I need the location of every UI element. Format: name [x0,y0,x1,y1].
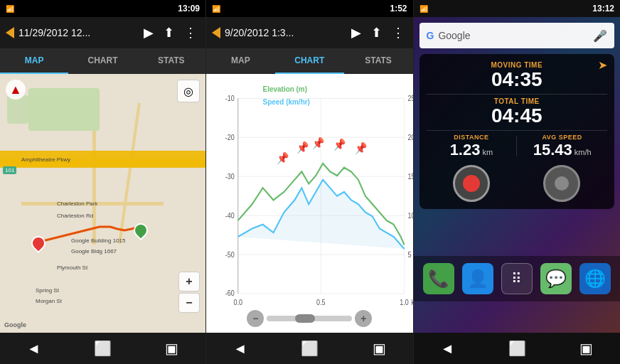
chart-zoom-bar: − + [247,310,372,327]
svg-text:15: 15 [408,172,413,181]
svg-text:5: 5 [408,250,412,259]
chart-content: -10 -20 -30 -40 -50 -60 25 20 15 10 5 0.… [206,74,413,333]
distance-section: DISTANCE 1.23 km [427,134,517,159]
tab-bar-1: MAP CHART STATS [0,48,205,74]
svg-text:-40: -40 [225,211,235,220]
svg-text:20: 20 [408,133,413,141]
google-search-bar[interactable]: G Google 🎤 [419,23,615,48]
back-button-3[interactable]: ◄ [426,335,469,363]
dock-contacts-icon[interactable]: 👤 [462,263,493,294]
chat-icon: 💬 [545,269,567,289]
nav-bar-3: ◄ ⬜ ▣ [414,333,621,364]
bottom-stats-row: DISTANCE 1.23 km AVG SPEED 15.43 km/h [427,134,608,159]
svg-text:km: km [412,298,413,306]
map-content: Amphitheatre Pkwy Charleston Park Charle… [0,74,205,333]
locate-button[interactable]: ◎ [177,80,200,102]
svg-text:📌: 📌 [333,138,346,151]
zoom-thumb[interactable] [295,314,315,323]
zoom-out-chart[interactable]: − [247,310,264,327]
start-pin [31,236,43,252]
apps-icon: ⠿ [511,270,522,287]
dock-apps-icon[interactable]: ⠿ [501,263,533,294]
home-button-2[interactable]: ⬜ [287,334,333,363]
status-time-2: 1:52 [390,4,407,14]
app-dock: 📞 👤 ⠿ 💬 🌐 [414,256,621,301]
recent-button-2[interactable]: ▣ [358,334,400,363]
play-button-1[interactable]: ▶ [141,22,156,43]
svg-text:-60: -60 [225,289,235,298]
compass-icon[interactable]: ▲ [6,80,26,100]
svg-text:📌: 📌 [355,141,368,155]
zoom-plus-icon: + [360,313,366,324]
svg-text:1.0: 1.0 [400,298,408,306]
dock-web-icon[interactable]: 🌐 [579,263,611,294]
mic-icon[interactable]: 🎤 [593,29,607,43]
tab-map-2[interactable]: MAP [206,48,275,74]
web-icon: 🌐 [584,269,606,289]
widget-header: MOVING TIME ➤ [427,61,608,69]
distance-unit: km [482,148,493,156]
recent-button-1[interactable]: ▣ [151,334,193,363]
divider-2 [427,130,608,131]
dock-phone-icon[interactable]: 📞 [423,263,454,294]
dock-chat-icon[interactable]: 💬 [540,263,572,294]
moving-time-label: MOVING TIME [427,61,608,69]
recent-button-3[interactable]: ▣ [565,334,607,363]
avg-speed-label: AVG SPEED [517,134,607,141]
status-bar-3: 📶 13:12 [414,0,621,17]
tab-chart-1[interactable]: CHART [68,48,137,74]
record-controls [427,165,608,202]
android-home-screen: G Google 🎤 MOVING TIME ➤ 04:35 TOTAL TIM… [414,17,621,333]
status-icons-left-2: 📶 [212,5,220,13]
tab-chart-2[interactable]: CHART [275,48,344,74]
back-button-1[interactable]: ◄ [13,335,55,363]
zoom-in-button[interactable]: + [178,272,200,291]
record-dot-icon [463,175,480,192]
avg-speed-section: AVG SPEED 15.43 km/h [517,134,607,159]
stats-widget: MOVING TIME ➤ 04:35 TOTAL TIME 04:45 DIS… [419,54,615,209]
trip-title-1: 11/29/2012 12... [18,27,137,38]
play-button-2[interactable]: ▶ [348,22,364,43]
share-button-1[interactable]: ⬆ [161,22,177,43]
more-button-1[interactable]: ⋮ [181,22,200,43]
status-bar-1: 📶 13:09 [0,0,205,17]
search-input-text[interactable]: Google [438,30,589,41]
status-icons-left: 📶 [6,5,14,13]
title-bar-2: 9/20/2012 1:3... ▶ ⬆ ⋮ [206,17,413,48]
svg-text:10: 10 [408,211,413,220]
trip-title-2: 9/20/2012 1:3... [225,27,344,38]
panel-android-home: 📶 13:12 G Google 🎤 MOVING TIME ➤ 04:35 T… [414,0,621,364]
tab-map-1[interactable]: MAP [0,48,68,74]
status-bar-2: 📶 1:52 [206,0,413,17]
back-button-2[interactable]: ◄ [219,335,262,363]
svg-text:📌: 📌 [312,136,325,150]
home-button-1[interactable]: ⬜ [80,334,126,363]
tab-stats-2[interactable]: STATS [344,48,413,74]
svg-text:-50: -50 [225,250,235,259]
svg-text:📌: 📌 [296,141,309,154]
map-background[interactable]: Amphitheatre Pkwy Charleston Park Charle… [0,74,205,333]
track-svg [0,74,205,333]
record-button[interactable] [453,165,490,202]
contacts-icon: 👤 [467,269,488,289]
panel-map: 📶 13:09 11/29/2012 12... ▶ ⬆ ⋮ MAP CHART… [0,0,206,364]
zoom-out-button[interactable]: − [178,293,200,313]
stop-icon [555,176,569,191]
tab-stats-1[interactable]: STATS [137,48,205,74]
zoom-track[interactable] [267,316,352,321]
moving-time-value: 04:35 [427,69,608,91]
google-logo-map: Google [4,321,26,328]
svg-text:📌: 📌 [277,151,289,165]
svg-text:-20: -20 [225,133,235,141]
stop-button[interactable] [543,165,580,202]
home-button-3[interactable]: ⬜ [494,334,540,363]
total-time-value: 04:45 [427,105,608,127]
zoom-in-chart[interactable]: + [355,310,372,327]
more-button-2[interactable]: ⋮ [389,22,407,43]
nav-bar-2: ◄ ⬜ ▣ [206,333,413,364]
status-icons-left-3: 📶 [419,5,428,13]
svg-text:0.0: 0.0 [234,298,242,306]
svg-text:Elevation (m): Elevation (m) [263,85,308,94]
share-button-2[interactable]: ⬆ [368,22,385,43]
svg-text:Speed (km/hr): Speed (km/hr) [263,97,311,107]
